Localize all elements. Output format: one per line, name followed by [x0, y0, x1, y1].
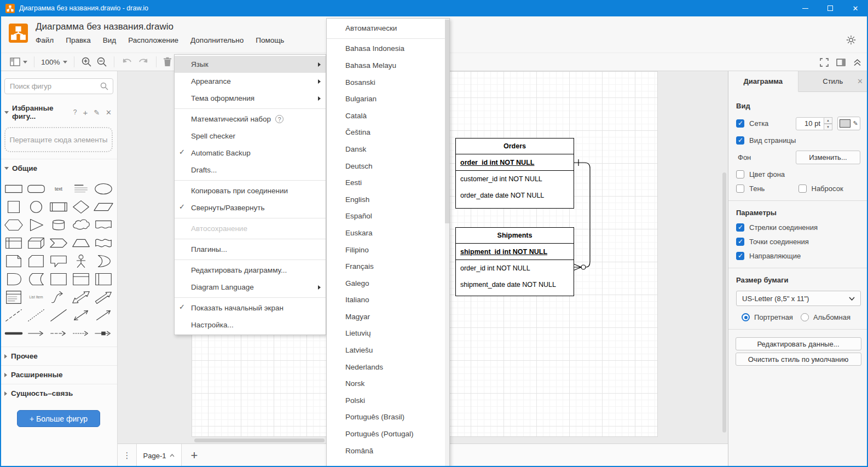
- menu-item[interactable]: Копировать при соединении: [175, 182, 326, 199]
- er-table-row[interactable]: order_date date NOT NULL: [456, 187, 574, 204]
- menu-item[interactable]: Плагины...: [175, 241, 326, 258]
- clear-default-style-button[interactable]: Очистить стиль по умолчанию: [736, 353, 861, 366]
- portrait-radio[interactable]: [742, 313, 750, 321]
- grid-size-up[interactable]: ▲: [824, 117, 832, 124]
- section-misc[interactable]: Прочее: [0, 347, 117, 365]
- er-table-row[interactable]: shipment_id int NOT NULL: [456, 244, 574, 260]
- er-table-row[interactable]: shipment_date date NOT NULL: [456, 276, 574, 293]
- menubar-item[interactable]: Расположение: [128, 36, 178, 44]
- shape-internal-storage[interactable]: [2, 234, 25, 252]
- shape-rounded-rectangle[interactable]: [25, 180, 47, 198]
- shape-directional-connector[interactable]: [92, 306, 115, 324]
- language-item[interactable]: Italiano: [327, 292, 449, 309]
- grid-checkbox[interactable]: [736, 119, 744, 128]
- section-general[interactable]: Общие: [0, 159, 117, 177]
- edit-data-button[interactable]: Редактировать данные...: [736, 337, 861, 350]
- shape-card[interactable]: [25, 252, 47, 270]
- shape-line[interactable]: [47, 306, 70, 324]
- shadow-checkbox[interactable]: [736, 185, 744, 193]
- menu-item[interactable]: Язык: [175, 56, 326, 73]
- shape-dashed-edge[interactable]: [47, 324, 70, 342]
- shape-hexagon[interactable]: [2, 216, 25, 234]
- language-item[interactable]: Latviešu: [327, 342, 449, 359]
- tab-diagram[interactable]: Диаграмма: [728, 71, 798, 92]
- paper-size-select[interactable]: US-Letter (8,5" x 11"): [736, 291, 861, 306]
- language-item[interactable]: Nederlands: [327, 359, 449, 376]
- shape-container-title[interactable]: [70, 270, 92, 288]
- shape-triangle[interactable]: [25, 216, 47, 234]
- shape-parallelogram[interactable]: [92, 198, 115, 216]
- shape-dotted-line[interactable]: [25, 306, 47, 324]
- language-item[interactable]: Автоматически: [327, 20, 449, 37]
- section-advanced[interactable]: Расширенные: [0, 365, 117, 384]
- undo-button[interactable]: [119, 55, 135, 69]
- shape-cylinder[interactable]: [47, 216, 70, 234]
- shape-curve[interactable]: [47, 288, 70, 306]
- language-item[interactable]: Filipino: [327, 241, 449, 258]
- pages-menu-icon[interactable]: ⋮: [118, 444, 136, 467]
- shape-arrow-edge[interactable]: [25, 324, 47, 342]
- menu-item[interactable]: Appearance: [175, 73, 326, 90]
- language-item[interactable]: Español: [327, 208, 449, 225]
- er-table-row[interactable]: order_id int NOT NULL: [456, 260, 574, 276]
- shape-square[interactable]: [2, 198, 25, 216]
- shape-process[interactable]: [47, 198, 70, 216]
- bg-color-checkbox[interactable]: [736, 170, 744, 178]
- section-er[interactable]: Сущность–связь: [0, 384, 117, 402]
- language-item[interactable]: Bahasa Melayu: [327, 57, 449, 74]
- shape-note[interactable]: [2, 252, 25, 270]
- shape-arrow[interactable]: [92, 288, 115, 306]
- language-item[interactable]: Bahasa Indonesia: [327, 41, 449, 57]
- menubar-item[interactable]: Вид: [103, 36, 116, 44]
- shape-list[interactable]: [2, 288, 25, 306]
- shape-callout[interactable]: [47, 252, 70, 270]
- favorites-dropzone[interactable]: Перетащите сюда элементы: [4, 127, 113, 152]
- collapse-toolbar-icon[interactable]: [853, 59, 861, 66]
- language-item[interactable]: Bulgarian: [327, 90, 449, 107]
- guides-checkbox[interactable]: [736, 252, 744, 260]
- language-item[interactable]: Português (Brasil): [327, 409, 449, 426]
- help-icon[interactable]: ?: [275, 115, 283, 123]
- shape-dashed-line[interactable]: [2, 306, 25, 324]
- menu-item[interactable]: ✓Automatic Backup: [175, 145, 326, 162]
- language-item[interactable]: Català: [327, 107, 449, 124]
- grid-size-input[interactable]: [796, 117, 824, 130]
- menu-item[interactable]: ✓Показать начальный экран: [175, 299, 326, 316]
- language-item[interactable]: Magyar: [327, 308, 449, 325]
- connection-arrows-checkbox[interactable]: [736, 223, 744, 232]
- language-item[interactable]: Polski: [327, 392, 449, 409]
- shape-container[interactable]: [47, 270, 70, 288]
- language-item[interactable]: Eesti: [327, 174, 449, 191]
- favorites-section-header[interactable]: Избранные фигу... ? + ✎ ✕: [0, 100, 117, 124]
- menu-item[interactable]: Spell checker: [175, 128, 326, 145]
- horizontal-scrollbar[interactable]: [194, 439, 325, 442]
- shape-link[interactable]: [2, 324, 25, 342]
- language-item[interactable]: Euskara: [327, 224, 449, 241]
- menu-item[interactable]: Настройка...: [175, 316, 326, 333]
- menubar-item[interactable]: Правка: [66, 36, 91, 44]
- sketch-checkbox[interactable]: [798, 185, 807, 193]
- change-background-button[interactable]: Изменить...: [796, 151, 860, 164]
- shape-textbox[interactable]: [70, 180, 92, 198]
- shape-cube[interactable]: [25, 234, 47, 252]
- language-item[interactable]: Norsk: [327, 375, 449, 392]
- close-panel-icon[interactable]: ✕: [857, 77, 863, 85]
- shape-or[interactable]: [92, 252, 115, 270]
- fullscreen-icon[interactable]: [820, 58, 829, 67]
- zoom-level-button[interactable]: 100%: [39, 55, 70, 69]
- language-item[interactable]: Galego: [327, 275, 449, 292]
- shape-cloud[interactable]: [70, 216, 92, 234]
- menu-item[interactable]: Автосохранение: [175, 220, 326, 237]
- menu-item[interactable]: Diagram Language: [175, 279, 326, 296]
- language-item[interactable]: English: [327, 191, 449, 208]
- page-view-button[interactable]: [8, 55, 30, 69]
- language-item[interactable]: Lietuvių: [327, 325, 449, 342]
- shape-step[interactable]: [47, 234, 70, 252]
- menu-item[interactable]: Тема оформления: [175, 90, 326, 107]
- shape-circle[interactable]: [25, 198, 47, 216]
- sun-icon[interactable]: [846, 35, 856, 45]
- menu-item[interactable]: Редактировать диаграмму...: [175, 262, 326, 279]
- shape-trapezoid[interactable]: [70, 234, 92, 252]
- zoom-in-button[interactable]: [79, 55, 94, 69]
- vertical-scrollbar[interactable]: [722, 172, 726, 433]
